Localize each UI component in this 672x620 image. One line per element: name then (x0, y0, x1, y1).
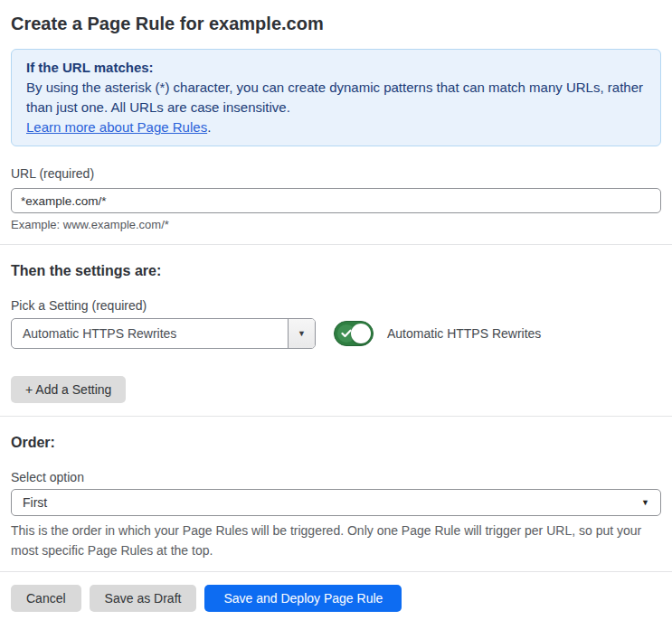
divider (0, 571, 672, 572)
page-title: Create a Page Rule for example.com (11, 13, 661, 34)
save-as-draft-button[interactable]: Save as Draft (90, 585, 197, 612)
setting-select-value: Automatic HTTPS Rewrites (12, 319, 288, 348)
learn-more-link[interactable]: Learn more about Page Rules (26, 119, 207, 135)
url-input[interactable] (11, 188, 661, 213)
chevron-down-icon: ▼ (298, 330, 306, 338)
order-section-heading: Order: (11, 434, 661, 451)
link-suffix: . (207, 119, 211, 135)
setting-select[interactable]: Automatic HTTPS Rewrites ▼ (11, 318, 316, 349)
info-box-link-line: Learn more about Page Rules. (26, 117, 646, 137)
divider (0, 416, 672, 417)
toggle-label: Automatic HTTPS Rewrites (387, 326, 541, 341)
page-rule-form: Create a Page Rule for example.com If th… (0, 13, 672, 612)
pick-setting-label: Pick a Setting (required) (11, 298, 661, 314)
setting-toggle[interactable] (334, 321, 374, 346)
toggle-knob[interactable] (351, 324, 371, 343)
order-select[interactable]: First ▼ (11, 489, 661, 516)
info-box-heading: If the URL matches: (26, 58, 646, 78)
cancel-button[interactable]: Cancel (11, 585, 81, 612)
save-and-deploy-button[interactable]: Save and Deploy Page Rule (204, 585, 402, 612)
order-select-label: Select option (11, 470, 661, 485)
footer-actions: Cancel Save as Draft Save and Deploy Pag… (11, 585, 661, 612)
setting-select-arrow-button[interactable]: ▼ (288, 319, 315, 348)
setting-row: Automatic HTTPS Rewrites ▼ Automatic HTT… (11, 318, 661, 349)
url-match-info-box: If the URL matches: By using the asteris… (11, 49, 661, 146)
divider (0, 244, 672, 245)
order-select-value: First (23, 495, 47, 510)
order-helper-text: This is the order in which your Page Rul… (11, 521, 661, 560)
info-box-body: By using the asterisk (*) character, you… (26, 78, 646, 117)
add-setting-button[interactable]: + Add a Setting (11, 376, 126, 403)
url-field-label: URL (required) (11, 166, 661, 182)
settings-section-heading: Then the settings are: (11, 262, 661, 279)
chevron-down-icon: ▼ (641, 499, 649, 507)
url-example-helper: Example: www.example.com/* (11, 218, 661, 231)
